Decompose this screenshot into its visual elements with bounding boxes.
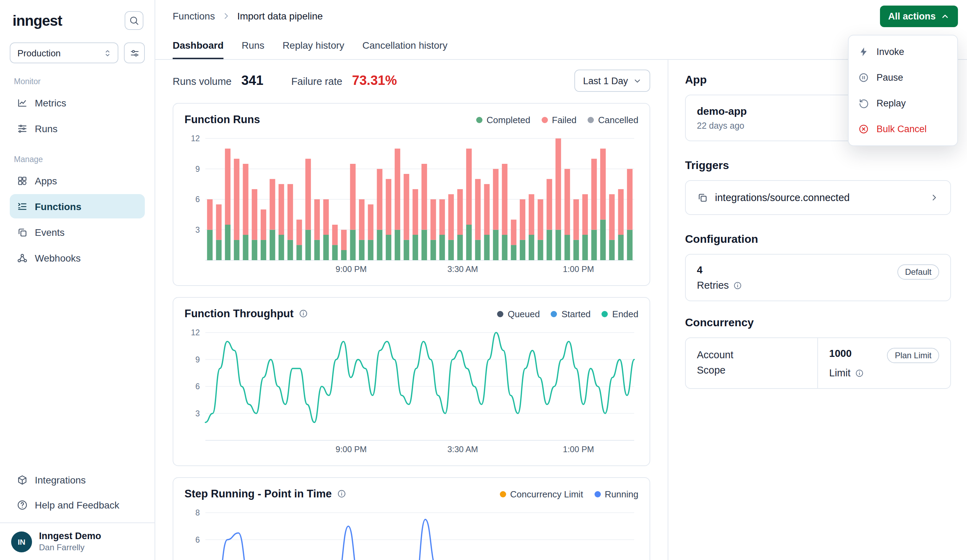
legend-dot (602, 311, 608, 317)
environment-label: Production (17, 48, 61, 58)
chevron-up-icon (941, 12, 950, 21)
section-label-manage: Manage (14, 155, 140, 163)
breadcrumb-functions[interactable]: Functions (173, 10, 215, 21)
default-badge: Default (898, 264, 939, 280)
svg-text:12: 12 (191, 134, 200, 143)
plan-limit-badge: Plan Limit (887, 348, 939, 363)
triggers-heading: Triggers (685, 159, 951, 172)
sidebar-item-events[interactable]: Events (10, 220, 145, 244)
user-profile[interactable]: IN Inngest Demo Dan Farrelly (0, 522, 155, 560)
tab-replay-history[interactable]: Replay history (283, 32, 344, 59)
environment-settings-button[interactable] (124, 43, 145, 63)
function-throughput-legend: QueuedStartedEnded (497, 308, 639, 319)
retries-card: 4 Retries Default (685, 254, 951, 301)
sidebar-item-label: Runs (35, 123, 58, 134)
svg-text:9:00 PM: 9:00 PM (335, 264, 366, 274)
time-range-selector[interactable]: Last 1 Day (575, 69, 650, 92)
lightning-icon (858, 47, 869, 57)
tab-dashboard[interactable]: Dashboard (173, 32, 223, 59)
svg-text:3: 3 (195, 226, 200, 234)
menu-item-replay[interactable]: Replay (849, 91, 957, 116)
trigger-name: integrations/source.connected (715, 192, 922, 203)
svg-text:9:00 PM: 9:00 PM (335, 445, 366, 454)
info-icon[interactable] (298, 309, 308, 319)
concurrency-limit-value: 1000 (829, 348, 887, 359)
events-icon (17, 226, 28, 237)
limit-label: Limit (829, 367, 850, 379)
step-running-title: Step Running - Point in Time (185, 488, 332, 500)
function-throughput-chart: 369129:00 PM3:30 AM1:00 PM (185, 327, 639, 456)
chevron-updown-icon (103, 48, 112, 58)
stats-row: Runs volume 341 Failure rate 73.31% Last… (173, 69, 650, 92)
sidebar-item-help[interactable]: Help and Feedback (10, 492, 145, 517)
concurrency-heading: Concurrency (685, 316, 951, 329)
event-copy-icon (697, 192, 708, 203)
step-running-card: Step Running - Point in Time Concurrency… (173, 477, 650, 560)
sidebar-item-label: Apps (35, 175, 57, 186)
sidebar-item-webhooks[interactable]: Webhooks (10, 245, 145, 270)
svg-text:3: 3 (195, 409, 200, 418)
menu-item-bulk-cancel[interactable]: Bulk Cancel (849, 116, 957, 142)
svg-text:6: 6 (195, 535, 200, 544)
all-actions-button[interactable]: All actions (880, 5, 958, 27)
concurrency-card: Account Scope 1000 Plan Limit Limit (685, 338, 951, 389)
svg-text:9: 9 (195, 355, 200, 364)
retries-label: Retries (697, 280, 729, 291)
environment-selector[interactable]: Production (10, 43, 118, 63)
function-throughput-card: Function Throughput QueuedStartedEnded 3… (173, 297, 650, 466)
legend-dot (476, 117, 482, 123)
sidebar-item-label: Events (35, 226, 65, 237)
user-name: Inngest Demo (39, 531, 101, 541)
search-button[interactable] (125, 11, 144, 30)
section-label-monitor: Monitor (14, 77, 140, 86)
runs-volume-label: Runs volume (173, 76, 231, 87)
legend-item: Cancelled (587, 114, 639, 125)
search-icon (129, 15, 139, 26)
menu-item-label: Invoke (876, 47, 904, 57)
legend-item: Concurrency Limit (500, 489, 583, 499)
chevron-right-icon (929, 193, 939, 203)
info-icon[interactable] (855, 368, 864, 377)
menu-item-label: Bulk Cancel (876, 124, 927, 134)
trigger-card[interactable]: integrations/source.connected (685, 180, 951, 215)
sidebar-item-label: Metrics (35, 97, 66, 108)
menu-item-pause[interactable]: Pause (849, 65, 957, 91)
menu-item-label: Replay (876, 98, 906, 109)
legend-item: Started (551, 308, 591, 319)
function-runs-card: Function Runs CompletedFailedCancelled 3… (173, 103, 650, 286)
legend-dot (551, 311, 557, 317)
legend-dot (500, 491, 506, 497)
svg-text:3:30 AM: 3:30 AM (447, 445, 478, 454)
legend-item: Ended (602, 308, 639, 319)
legend-dot (587, 117, 594, 123)
sidebar-item-runs[interactable]: Runs (10, 116, 145, 140)
legend-item: Completed (476, 114, 530, 125)
tab-cancellation-history[interactable]: Cancellation history (362, 32, 447, 59)
failure-rate-label: Failure rate (291, 76, 343, 87)
svg-text:8: 8 (195, 508, 200, 517)
legend-item: Running (594, 489, 639, 499)
tab-runs[interactable]: Runs (242, 32, 264, 59)
sidebar-item-functions[interactable]: Functions (10, 194, 145, 218)
avatar: IN (11, 531, 32, 552)
sidebar-item-metrics[interactable]: Metrics (10, 91, 145, 115)
app-window: inngest Production Monitor (0, 0, 967, 560)
legend-item: Queued (497, 308, 540, 319)
step-running-chart: 2468 (185, 507, 639, 560)
menu-item-invoke[interactable]: Invoke (849, 39, 957, 65)
sidebar: inngest Production Monitor (0, 0, 155, 560)
svg-text:1:00 PM: 1:00 PM (563, 264, 594, 274)
sidebar-item-label: Webhooks (35, 252, 81, 263)
functions-icon (17, 201, 28, 212)
info-icon[interactable] (337, 489, 346, 499)
pause-icon (858, 72, 869, 83)
sidebar-item-integrations[interactable]: Integrations (10, 468, 145, 492)
legend-dot (594, 491, 601, 497)
time-range-label: Last 1 Day (583, 76, 628, 86)
sidebar-item-apps[interactable]: Apps (10, 168, 145, 193)
webhook-icon (17, 252, 28, 263)
legend-dot (497, 311, 503, 317)
info-icon[interactable] (733, 281, 742, 290)
step-running-legend: Concurrency LimitRunning (500, 489, 639, 499)
main-area: Functions Import data pipeline All actio… (155, 0, 967, 560)
